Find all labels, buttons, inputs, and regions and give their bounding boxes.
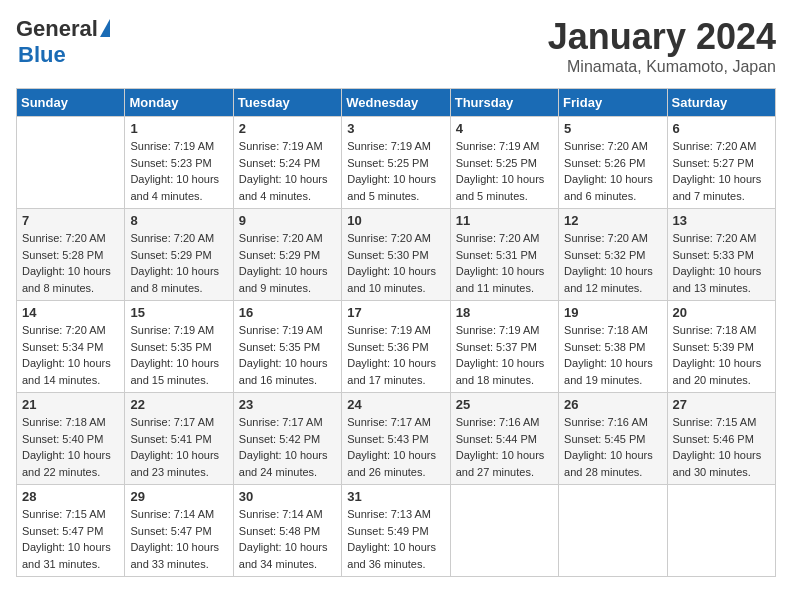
- logo-general: General: [16, 16, 98, 42]
- weekday-header: Tuesday: [233, 89, 341, 117]
- calendar-cell: [450, 485, 558, 577]
- day-number: 23: [239, 397, 336, 412]
- day-number: 10: [347, 213, 444, 228]
- day-number: 9: [239, 213, 336, 228]
- day-number: 21: [22, 397, 119, 412]
- day-info: Sunrise: 7:20 AM Sunset: 5:33 PM Dayligh…: [673, 230, 770, 296]
- day-info: Sunrise: 7:14 AM Sunset: 5:47 PM Dayligh…: [130, 506, 227, 572]
- day-number: 25: [456, 397, 553, 412]
- day-info: Sunrise: 7:19 AM Sunset: 5:35 PM Dayligh…: [130, 322, 227, 388]
- calendar-cell: [667, 485, 775, 577]
- weekday-header: Friday: [559, 89, 667, 117]
- title-block: January 2024 Minamata, Kumamoto, Japan: [548, 16, 776, 76]
- day-info: Sunrise: 7:19 AM Sunset: 5:37 PM Dayligh…: [456, 322, 553, 388]
- logo: General Blue: [16, 16, 110, 68]
- calendar-cell: 2Sunrise: 7:19 AM Sunset: 5:24 PM Daylig…: [233, 117, 341, 209]
- calendar-cell: 14Sunrise: 7:20 AM Sunset: 5:34 PM Dayli…: [17, 301, 125, 393]
- weekday-header: Monday: [125, 89, 233, 117]
- day-info: Sunrise: 7:20 AM Sunset: 5:34 PM Dayligh…: [22, 322, 119, 388]
- day-info: Sunrise: 7:14 AM Sunset: 5:48 PM Dayligh…: [239, 506, 336, 572]
- day-info: Sunrise: 7:16 AM Sunset: 5:45 PM Dayligh…: [564, 414, 661, 480]
- day-number: 22: [130, 397, 227, 412]
- day-info: Sunrise: 7:16 AM Sunset: 5:44 PM Dayligh…: [456, 414, 553, 480]
- calendar-cell: 25Sunrise: 7:16 AM Sunset: 5:44 PM Dayli…: [450, 393, 558, 485]
- calendar-week-row: 28Sunrise: 7:15 AM Sunset: 5:47 PM Dayli…: [17, 485, 776, 577]
- day-number: 20: [673, 305, 770, 320]
- day-number: 1: [130, 121, 227, 136]
- calendar-cell: 30Sunrise: 7:14 AM Sunset: 5:48 PM Dayli…: [233, 485, 341, 577]
- calendar-cell: 15Sunrise: 7:19 AM Sunset: 5:35 PM Dayli…: [125, 301, 233, 393]
- weekday-header: Thursday: [450, 89, 558, 117]
- calendar-cell: 16Sunrise: 7:19 AM Sunset: 5:35 PM Dayli…: [233, 301, 341, 393]
- day-info: Sunrise: 7:20 AM Sunset: 5:28 PM Dayligh…: [22, 230, 119, 296]
- calendar-cell: [559, 485, 667, 577]
- day-info: Sunrise: 7:20 AM Sunset: 5:27 PM Dayligh…: [673, 138, 770, 204]
- day-info: Sunrise: 7:15 AM Sunset: 5:47 PM Dayligh…: [22, 506, 119, 572]
- day-number: 27: [673, 397, 770, 412]
- day-number: 31: [347, 489, 444, 504]
- day-info: Sunrise: 7:17 AM Sunset: 5:43 PM Dayligh…: [347, 414, 444, 480]
- calendar-cell: 12Sunrise: 7:20 AM Sunset: 5:32 PM Dayli…: [559, 209, 667, 301]
- day-number: 5: [564, 121, 661, 136]
- day-number: 13: [673, 213, 770, 228]
- day-info: Sunrise: 7:20 AM Sunset: 5:32 PM Dayligh…: [564, 230, 661, 296]
- calendar-week-row: 14Sunrise: 7:20 AM Sunset: 5:34 PM Dayli…: [17, 301, 776, 393]
- calendar-cell: 21Sunrise: 7:18 AM Sunset: 5:40 PM Dayli…: [17, 393, 125, 485]
- calendar-cell: 5Sunrise: 7:20 AM Sunset: 5:26 PM Daylig…: [559, 117, 667, 209]
- day-info: Sunrise: 7:19 AM Sunset: 5:25 PM Dayligh…: [456, 138, 553, 204]
- day-number: 15: [130, 305, 227, 320]
- calendar-cell: 22Sunrise: 7:17 AM Sunset: 5:41 PM Dayli…: [125, 393, 233, 485]
- logo-icon: [100, 19, 110, 37]
- calendar-cell: 24Sunrise: 7:17 AM Sunset: 5:43 PM Dayli…: [342, 393, 450, 485]
- day-number: 28: [22, 489, 119, 504]
- weekday-header: Wednesday: [342, 89, 450, 117]
- day-number: 7: [22, 213, 119, 228]
- day-number: 4: [456, 121, 553, 136]
- day-number: 19: [564, 305, 661, 320]
- day-number: 29: [130, 489, 227, 504]
- day-number: 24: [347, 397, 444, 412]
- calendar-cell: 6Sunrise: 7:20 AM Sunset: 5:27 PM Daylig…: [667, 117, 775, 209]
- calendar-cell: 23Sunrise: 7:17 AM Sunset: 5:42 PM Dayli…: [233, 393, 341, 485]
- calendar-cell: 31Sunrise: 7:13 AM Sunset: 5:49 PM Dayli…: [342, 485, 450, 577]
- calendar-cell: 13Sunrise: 7:20 AM Sunset: 5:33 PM Dayli…: [667, 209, 775, 301]
- day-number: 3: [347, 121, 444, 136]
- day-number: 30: [239, 489, 336, 504]
- day-info: Sunrise: 7:17 AM Sunset: 5:41 PM Dayligh…: [130, 414, 227, 480]
- calendar-cell: 7Sunrise: 7:20 AM Sunset: 5:28 PM Daylig…: [17, 209, 125, 301]
- day-info: Sunrise: 7:18 AM Sunset: 5:40 PM Dayligh…: [22, 414, 119, 480]
- day-number: 17: [347, 305, 444, 320]
- calendar-week-row: 7Sunrise: 7:20 AM Sunset: 5:28 PM Daylig…: [17, 209, 776, 301]
- page-header: General Blue January 2024 Minamata, Kuma…: [16, 16, 776, 76]
- calendar-cell: 3Sunrise: 7:19 AM Sunset: 5:25 PM Daylig…: [342, 117, 450, 209]
- day-number: 6: [673, 121, 770, 136]
- calendar-cell: 4Sunrise: 7:19 AM Sunset: 5:25 PM Daylig…: [450, 117, 558, 209]
- day-info: Sunrise: 7:17 AM Sunset: 5:42 PM Dayligh…: [239, 414, 336, 480]
- day-info: Sunrise: 7:20 AM Sunset: 5:29 PM Dayligh…: [130, 230, 227, 296]
- calendar-cell: 11Sunrise: 7:20 AM Sunset: 5:31 PM Dayli…: [450, 209, 558, 301]
- calendar-cell: 10Sunrise: 7:20 AM Sunset: 5:30 PM Dayli…: [342, 209, 450, 301]
- day-info: Sunrise: 7:18 AM Sunset: 5:39 PM Dayligh…: [673, 322, 770, 388]
- day-number: 8: [130, 213, 227, 228]
- calendar-cell: 20Sunrise: 7:18 AM Sunset: 5:39 PM Dayli…: [667, 301, 775, 393]
- calendar-week-row: 1Sunrise: 7:19 AM Sunset: 5:23 PM Daylig…: [17, 117, 776, 209]
- weekday-header: Saturday: [667, 89, 775, 117]
- day-info: Sunrise: 7:19 AM Sunset: 5:23 PM Dayligh…: [130, 138, 227, 204]
- calendar-table: SundayMondayTuesdayWednesdayThursdayFrid…: [16, 88, 776, 577]
- calendar-week-row: 21Sunrise: 7:18 AM Sunset: 5:40 PM Dayli…: [17, 393, 776, 485]
- month-title: January 2024: [548, 16, 776, 58]
- calendar-cell: 29Sunrise: 7:14 AM Sunset: 5:47 PM Dayli…: [125, 485, 233, 577]
- day-info: Sunrise: 7:19 AM Sunset: 5:25 PM Dayligh…: [347, 138, 444, 204]
- calendar-cell: 18Sunrise: 7:19 AM Sunset: 5:37 PM Dayli…: [450, 301, 558, 393]
- day-info: Sunrise: 7:19 AM Sunset: 5:36 PM Dayligh…: [347, 322, 444, 388]
- location: Minamata, Kumamoto, Japan: [548, 58, 776, 76]
- day-info: Sunrise: 7:18 AM Sunset: 5:38 PM Dayligh…: [564, 322, 661, 388]
- day-number: 14: [22, 305, 119, 320]
- day-number: 12: [564, 213, 661, 228]
- calendar-cell: 28Sunrise: 7:15 AM Sunset: 5:47 PM Dayli…: [17, 485, 125, 577]
- logo-blue: Blue: [18, 42, 66, 68]
- calendar-cell: 19Sunrise: 7:18 AM Sunset: 5:38 PM Dayli…: [559, 301, 667, 393]
- day-number: 16: [239, 305, 336, 320]
- day-info: Sunrise: 7:20 AM Sunset: 5:30 PM Dayligh…: [347, 230, 444, 296]
- day-info: Sunrise: 7:13 AM Sunset: 5:49 PM Dayligh…: [347, 506, 444, 572]
